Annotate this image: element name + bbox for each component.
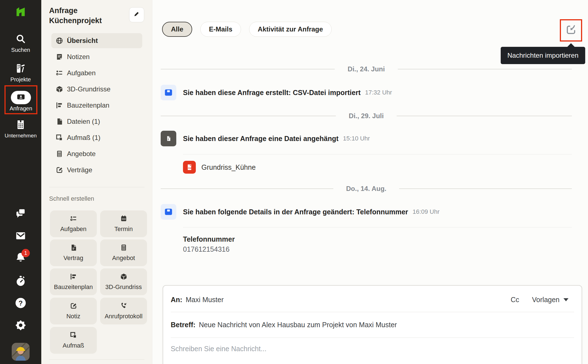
sidebar-item-3d-floorplans[interactable]: 3D-Grundrisse [51,82,142,97]
event-sub-divider [183,227,572,227]
company-icon [15,119,26,131]
sidebar-label-contracts: Verträge [67,166,92,174]
project-sidebar: Anfrage Küchenprojekt Übersicht Notizen … [41,0,152,364]
rail-label-company: Unternehmen [4,133,37,139]
rail-item-projects[interactable]: Projekte [0,63,41,83]
avatar[interactable] [12,343,30,361]
sidebar-label-files: Dateien (1) [67,118,100,125]
rail-item-notifications[interactable]: 1 [0,252,41,264]
date-divider: Di., 24. Juni [161,65,572,73]
event-text: Sie haben diese Anfrage erstellt: CSV-Da… [183,89,361,97]
cc-button[interactable]: Cc [511,296,519,304]
quick-create-3d-floorplan[interactable]: 3D-Grundriss [100,268,147,295]
to-value[interactable]: Maxi Muster [186,296,224,304]
sidebar-item-files[interactable]: Dateien (1) [51,114,142,129]
compose-divider [171,312,574,312]
svg-text:PDF: PDF [188,167,192,169]
document-icon [70,244,77,253]
sidebar-bottom-divider [49,359,144,360]
rail-item-leads[interactable]: Anfragen [4,85,37,114]
rail-item-search[interactable]: Suchen [0,33,41,53]
rail-item-help[interactable]: ? [0,297,41,310]
file-icon [55,117,64,126]
import-messages-button[interactable] [561,20,581,40]
sidebar-item-contracts[interactable]: Verträge [51,162,142,178]
filter-activity[interactable]: Aktivität zur Anfrage [249,22,332,37]
message-input[interactable]: Schreiben Sie eine Nachricht... [171,345,266,353]
sidebar-item-schedule[interactable]: Bauzeitenplan [51,98,142,113]
sidebar-divider [49,187,144,187]
tasks-icon [70,215,77,224]
calendar-icon [120,215,127,224]
date-label: Do., 14. Aug. [346,185,386,193]
pencil-icon [133,11,140,19]
event-detail: Telefonnummer 017612154316 [183,234,235,254]
quick-create-takeoff[interactable]: Aufmaß [50,327,97,354]
subject-value[interactable]: Neue Nachricht von Alex Hausbau zum Proj… [199,321,397,329]
cube-icon [120,273,127,282]
date-label: Di., 24. Juni [348,65,385,73]
rail-item-chat[interactable] [0,208,41,220]
rail-item-settings[interactable] [0,319,41,332]
pdf-icon: PDF [183,161,196,174]
sidebar-item-notes[interactable]: Notizen [51,49,142,64]
quick-create-label: Termin [114,225,133,233]
sidebar-item-overview[interactable]: Übersicht [51,33,142,48]
sidebar-label-takeoff: Aufmaß (1) [67,134,100,142]
quick-create-note[interactable]: Notiz [50,298,97,324]
event-text: Sie haben folgende Details in der Anfrag… [183,208,408,216]
attached-file-icon [161,131,176,146]
event-sub-divider [183,154,572,154]
sidebar-label-schedule-3d: 3D-Grundrisse [67,85,110,93]
sidebar-label-schedule: Bauzeitenplan [67,101,109,109]
date-divider: Di., 29. Juli [161,112,572,120]
filter-all[interactable]: Alle [162,22,192,37]
mail-icon [15,230,26,242]
quick-create-appointment[interactable]: Termin [100,210,147,237]
filter-emails[interactable]: E-Mails [200,22,241,37]
quick-create-call-log[interactable]: Anrufprotokoll [100,298,147,324]
quick-create-title: Schnell erstellen [49,195,94,202]
rail-item-company[interactable]: Unternehmen [0,119,41,139]
date-label: Di., 29. Juli [349,112,384,120]
templates-label: Vorlagen [532,296,560,304]
attachment-name: Grundriss_Kühne [201,163,256,171]
quick-create-label: Anrufprotokoll [105,313,143,320]
detail-value: 017612154316 [183,244,235,254]
quick-create-estimate[interactable]: Angebot [100,239,147,266]
sidebar-label-overview: Übersicht [67,37,98,45]
timer-icon [15,275,26,288]
quick-create-tasks[interactable]: Aufgaben [50,210,97,237]
measure-icon [70,331,77,340]
gear-icon [15,319,26,332]
import-messages-icon [565,24,577,37]
houzz-logo[interactable] [0,6,41,18]
sidebar-label-tasks: Aufgaben [67,69,96,77]
bell-icon: 1 [15,252,26,264]
sidebar-item-takeoff[interactable]: Aufmaß (1) [51,130,142,145]
calculator-icon [120,244,127,253]
quick-create-label: Aufgaben [60,225,86,233]
leads-pill [11,91,31,104]
templates-button[interactable]: Vorlagen [532,296,568,304]
quick-create-schedule[interactable]: Bauzeitenplan [50,268,97,295]
attachment-chip[interactable]: PDF Grundriss_Kühne [183,161,256,174]
to-label: An: [171,296,182,304]
rail-item-timer[interactable] [0,275,41,288]
quick-create-contract[interactable]: Vertrag [50,239,97,266]
lead-inbox-icon [161,85,176,100]
globe-icon [55,37,64,45]
rail-item-mail[interactable] [0,230,41,242]
note-icon [55,53,64,61]
notification-badge: 1 [21,249,30,257]
timeline-event: Sie haben diese Anfrage erstellt: CSV-Da… [161,85,392,100]
leads-card-icon [16,92,26,103]
tasks-icon [55,69,64,77]
sidebar-item-tasks[interactable]: Aufgaben [51,65,142,81]
edit-title-button[interactable] [129,7,144,22]
cube-icon [55,85,64,93]
quick-create-label: Notiz [66,313,80,320]
detail-label: Telefonnummer [183,234,235,244]
sidebar-item-estimates[interactable]: Angebote [51,146,142,161]
rail-label-projects: Projekte [10,76,31,83]
